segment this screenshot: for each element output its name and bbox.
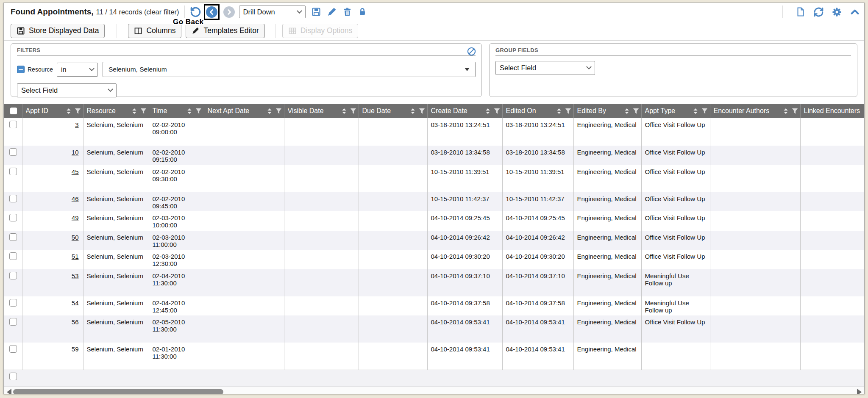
sort-icon[interactable] — [409, 108, 416, 115]
column-header-next_apt_date[interactable]: Next Apt Date — [204, 104, 284, 118]
column-header-edited_by[interactable]: Edited By — [573, 104, 641, 118]
row-checkbox[interactable] — [9, 252, 17, 260]
appt-id-link[interactable]: 59 — [72, 345, 79, 353]
display-options-button[interactable]: Display Options — [282, 24, 359, 38]
sort-icon[interactable] — [131, 108, 138, 115]
filter-funnel-icon[interactable] — [350, 108, 356, 114]
cell-due_date — [359, 315, 427, 343]
filters-title: FILTERS — [17, 47, 476, 56]
column-header-due_date[interactable]: Due Date — [359, 104, 427, 118]
scroll-right-arrow-icon[interactable] — [857, 389, 862, 395]
drill-down-select[interactable]: Drill Down — [239, 6, 306, 18]
add-filter-field-select[interactable]: Select Field — [17, 83, 117, 97]
sort-icon[interactable] — [186, 108, 193, 115]
go-back-button[interactable] — [206, 6, 217, 18]
cell-visible_date — [284, 146, 359, 165]
column-header-icons — [780, 108, 798, 115]
sort-icon[interactable] — [484, 108, 491, 115]
appt-id-link[interactable]: 53 — [72, 272, 79, 279]
appt-id-link[interactable]: 46 — [72, 195, 79, 202]
column-header-resource[interactable]: Resource — [83, 104, 149, 118]
sort-icon[interactable] — [623, 108, 630, 115]
row-checkbox[interactable] — [9, 233, 17, 241]
filter-funnel-icon[interactable] — [195, 108, 202, 114]
save-view-icon[interactable] — [311, 7, 321, 17]
clear-filters-icon[interactable] — [467, 47, 476, 58]
new-document-icon[interactable] — [796, 7, 806, 17]
appt-id-link[interactable]: 56 — [72, 318, 79, 326]
filter-field-label: Resource — [28, 66, 53, 73]
group-field-select[interactable]: Select Field — [495, 61, 595, 75]
filters-area: FILTERS Resource in Selenium, Selenium S… — [4, 41, 864, 98]
go-forward-button[interactable] — [223, 6, 235, 18]
cell-visible_date — [284, 250, 359, 269]
cell-appt_type: Office Visit Follow Up — [641, 231, 710, 250]
appt-id-link[interactable]: 50 — [72, 234, 79, 241]
column-header-time[interactable]: Time — [149, 104, 204, 118]
filter-funnel-icon[interactable] — [140, 108, 147, 114]
appt-id-link[interactable]: 54 — [72, 299, 79, 307]
filter-operator-select[interactable]: in — [57, 63, 98, 77]
appt-id-link[interactable]: 10 — [72, 149, 79, 156]
cell-resource: Selenium, Selenium — [83, 343, 149, 370]
row-checkbox[interactable] — [9, 345, 17, 353]
refresh-icon[interactable] — [813, 7, 824, 17]
column-label: Edited On — [506, 107, 536, 115]
row-checkbox[interactable] — [9, 299, 17, 307]
scrollbar-thumb[interactable] — [13, 389, 223, 395]
undo-icon[interactable] — [190, 6, 201, 18]
column-header-appt_id[interactable]: Appt ID — [22, 104, 83, 118]
sort-icon[interactable] — [556, 108, 562, 115]
row-checkbox[interactable] — [9, 318, 17, 326]
column-header-edited_on[interactable]: Edited On — [502, 104, 573, 118]
edit-view-icon[interactable] — [327, 7, 337, 17]
sort-icon[interactable] — [266, 108, 273, 115]
appt-id-link[interactable]: 45 — [72, 168, 79, 175]
filter-funnel-icon[interactable] — [565, 108, 571, 114]
sort-icon[interactable] — [782, 108, 789, 115]
footer-checkbox[interactable] — [9, 373, 17, 380]
select-all-checkbox[interactable] — [10, 108, 17, 114]
remove-filter-checkbox[interactable] — [17, 66, 25, 73]
sort-icon[interactable] — [65, 108, 72, 115]
cell-time: 02-02-2010 09:45:00 — [149, 192, 204, 211]
filter-funnel-icon[interactable] — [633, 108, 639, 114]
row-checkbox[interactable] — [9, 272, 17, 279]
filter-value-combo[interactable]: Selenium, Selenium — [103, 62, 476, 77]
gear-icon[interactable] — [832, 7, 842, 17]
sort-icon[interactable] — [341, 108, 348, 115]
store-displayed-data-button[interactable]: Store Displayed Data — [11, 24, 105, 38]
filter-funnel-icon[interactable] — [275, 108, 282, 114]
column-header-create_date[interactable]: Create Date — [427, 104, 502, 118]
row-checkbox[interactable] — [9, 148, 17, 156]
row-checkbox[interactable] — [9, 214, 17, 221]
column-header-linked_encounters[interactable]: Linked Encounters — [800, 104, 865, 118]
add-filter-field-value: Select Field — [21, 86, 58, 94]
filter-funnel-icon[interactable] — [494, 108, 500, 114]
filter-funnel-icon[interactable] — [419, 108, 425, 114]
filter-funnel-icon[interactable] — [75, 108, 81, 114]
row-checkbox[interactable] — [9, 121, 17, 128]
sort-icon[interactable] — [692, 108, 699, 115]
appt-id-link[interactable]: 51 — [72, 253, 79, 260]
cell-edited_by: Engineering, Medical — [573, 250, 641, 269]
cell-edited_by: Engineering, Medical — [573, 211, 641, 231]
clear-filter-link[interactable]: clear filter — [147, 8, 177, 16]
column-header-appt_type[interactable]: Appt Type — [641, 104, 710, 118]
column-header-encounter_authors[interactable]: Encounter Authors — [710, 104, 800, 118]
cell-encounter_authors — [710, 269, 800, 296]
delete-view-icon[interactable] — [342, 7, 352, 17]
filter-funnel-icon[interactable] — [792, 108, 798, 114]
row-checkbox[interactable] — [9, 168, 17, 175]
appt-id-link[interactable]: 49 — [72, 214, 79, 221]
lock-view-icon[interactable] — [358, 7, 367, 17]
cell-encounter_authors — [710, 146, 800, 165]
collapse-panel-icon[interactable] — [850, 7, 860, 17]
appt-id-link[interactable]: 3 — [75, 121, 78, 128]
column-header-visible_date[interactable]: Visible Date — [284, 104, 359, 118]
row-checkbox-cell — [4, 118, 22, 146]
scroll-left-arrow-icon[interactable] — [7, 389, 11, 395]
row-checkbox-cell — [4, 296, 22, 315]
row-checkbox[interactable] — [9, 195, 17, 202]
filter-funnel-icon[interactable] — [701, 108, 708, 114]
